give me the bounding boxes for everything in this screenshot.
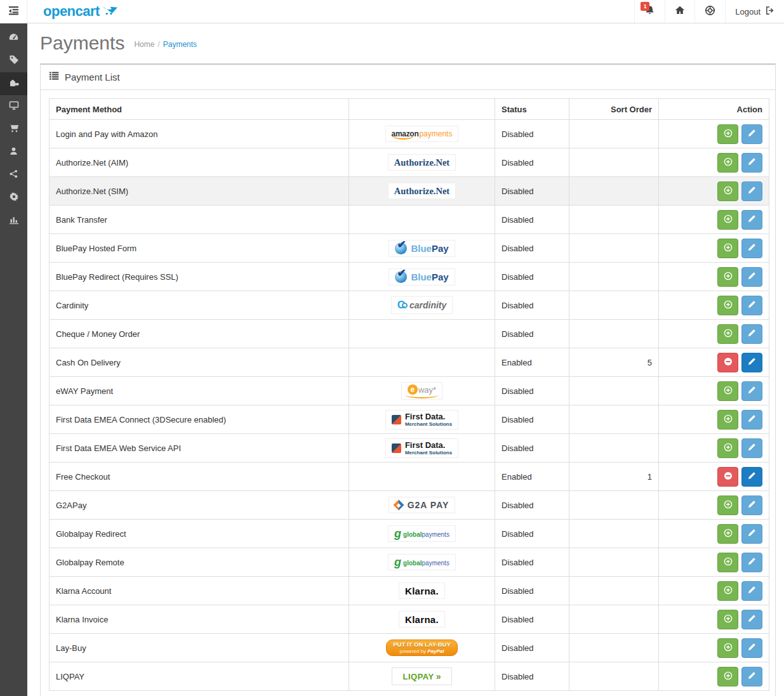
edit-button[interactable] (741, 381, 762, 401)
sidebar-item-marketing[interactable] (0, 164, 27, 187)
install-button[interactable] (717, 581, 738, 601)
sort-order-value (569, 434, 659, 463)
pencil-icon (748, 300, 756, 310)
edit-button[interactable] (741, 153, 762, 173)
plus-circle-icon (724, 586, 733, 596)
opencart-logo[interactable]: opencart (43, 0, 118, 23)
action-cell (659, 577, 769, 605)
edit-button[interactable] (741, 667, 762, 686)
action-cell (659, 263, 769, 291)
edit-button[interactable] (741, 438, 762, 458)
edit-button[interactable] (741, 496, 762, 515)
pencil-icon (748, 529, 756, 539)
sort-order-value (569, 120, 659, 148)
uninstall-button[interactable] (717, 353, 738, 372)
notifications-button[interactable]: 1 (634, 0, 665, 23)
breadcrumb: Home/Payments (134, 40, 197, 53)
edit-button[interactable] (741, 410, 762, 430)
breadcrumb-payments[interactable]: Payments (163, 40, 197, 49)
install-button[interactable] (717, 610, 738, 629)
sidebar (0, 23, 27, 696)
column-header-action: Action (659, 99, 769, 120)
action-buttons (665, 553, 762, 572)
install-button[interactable] (717, 524, 738, 544)
support-button[interactable] (694, 0, 725, 23)
install-button[interactable] (717, 553, 738, 572)
pencil-icon (748, 671, 756, 681)
install-button[interactable] (717, 438, 738, 458)
install-button[interactable] (717, 410, 738, 430)
install-button[interactable] (717, 496, 738, 515)
edit-button[interactable] (741, 581, 762, 601)
edit-button[interactable] (741, 239, 762, 258)
payment-method-logo-cell: Authorize.Net (349, 177, 495, 206)
install-button[interactable] (717, 638, 738, 658)
logout-button[interactable]: Logout (725, 0, 784, 23)
column-header-sort-order: Sort Order (569, 99, 659, 120)
edit-button[interactable] (741, 267, 762, 287)
g2apay-logo-text: G2A PAY (408, 500, 449, 510)
sidebar-item-system[interactable] (0, 187, 27, 209)
sidebar-item-design[interactable] (0, 95, 27, 118)
sidebar-item-sales[interactable] (0, 118, 27, 141)
install-button[interactable] (717, 124, 738, 144)
install-button[interactable] (717, 210, 738, 230)
payment-method-logo-cell: ✔BluePay (349, 234, 495, 263)
sidebar-item-catalog[interactable] (0, 49, 27, 72)
install-button[interactable] (717, 153, 738, 173)
payment-method-name: First Data EMEA Web Service API (50, 434, 349, 463)
edit-button[interactable] (741, 181, 762, 201)
bar-chart-icon (9, 214, 19, 227)
edit-button[interactable] (741, 467, 762, 487)
payment-method-logo-cell (349, 206, 495, 234)
menu-toggle-button[interactable] (0, 0, 27, 23)
action-buttons (665, 610, 762, 629)
pencil-icon (748, 157, 756, 167)
plus-circle-icon (724, 243, 733, 254)
authorizenet-logo: Authorize.Net (388, 154, 456, 171)
authorizenet-logo-text: Authorize.Net (394, 186, 449, 197)
edit-button[interactable] (741, 296, 762, 315)
bluepay-logo: ✔BluePay (389, 268, 455, 286)
action-cell (659, 434, 769, 463)
klarna-logo: Klarna. (399, 611, 445, 627)
edit-button[interactable] (741, 210, 762, 230)
install-button[interactable] (717, 667, 738, 686)
install-button[interactable] (717, 267, 738, 287)
eway-swoosh: eway* (408, 384, 436, 397)
edit-button[interactable] (741, 353, 762, 372)
sidebar-item-dashboard[interactable] (0, 27, 27, 49)
pencil-icon (748, 272, 756, 282)
authorizenet-logo: Authorize.Net (388, 183, 456, 199)
payment-method-name: BluePay Redirect (Requires SSL) (50, 263, 349, 291)
globalpayments-logo-text: global (403, 560, 422, 567)
gear-icon (9, 192, 19, 204)
sidebar-item-reports[interactable] (0, 209, 27, 232)
globalpayments-g-icon: g (394, 529, 401, 538)
edit-button[interactable] (741, 124, 762, 144)
action-cell (659, 548, 769, 577)
breadcrumb-home[interactable]: Home (134, 40, 154, 49)
table-row: First Data EMEA Connect (3DSecure enable… (50, 405, 769, 434)
action-buttons (665, 267, 762, 287)
edit-button[interactable] (741, 324, 762, 344)
install-button[interactable] (717, 181, 738, 201)
action-cell (659, 377, 769, 405)
install-button[interactable] (717, 324, 738, 344)
payment-method-logo-cell: First Data.Merchant Solutions (349, 405, 495, 434)
edit-button[interactable] (741, 638, 762, 658)
column-header-status: Status (495, 99, 569, 120)
home-button[interactable] (665, 0, 694, 23)
install-button[interactable] (717, 296, 738, 315)
uninstall-button[interactable] (717, 467, 738, 487)
install-button[interactable] (717, 381, 738, 401)
edit-button[interactable] (741, 610, 762, 629)
status-value: Disabled (495, 405, 569, 434)
bluepay-logo-text: Blue (411, 243, 432, 254)
edit-button[interactable] (741, 524, 762, 544)
install-button[interactable] (717, 239, 738, 258)
sidebar-item-customers[interactable] (0, 141, 27, 164)
table-row: G2APayG2A PAYDisabled (50, 491, 769, 520)
sidebar-item-extensions[interactable] (0, 72, 27, 95)
edit-button[interactable] (741, 553, 762, 572)
